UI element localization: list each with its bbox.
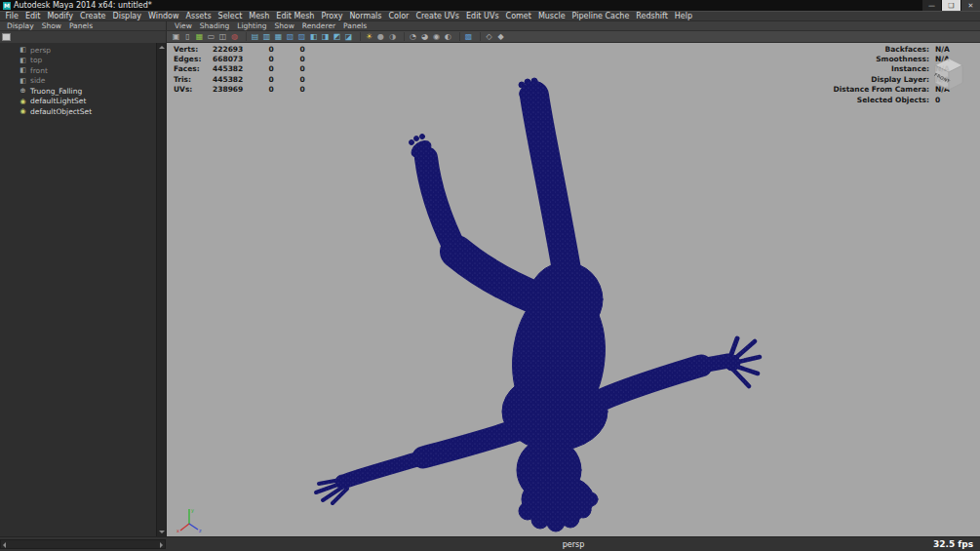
viewport-menu-shading[interactable]: Shading (196, 21, 233, 31)
isolate-select-icon[interactable]: ▩ (463, 31, 474, 42)
toolbar-separator (242, 32, 247, 41)
menu-redshift[interactable]: Redshift (633, 11, 671, 21)
outliner-horizontal-scrollbar[interactable] (0, 539, 166, 549)
viewport-menu-view[interactable]: View (171, 21, 196, 31)
resolution-gate-icon[interactable]: ◫ (217, 31, 228, 42)
two-sided-lighting-icon[interactable]: ◩ (332, 31, 342, 42)
hud-label: Tris: (174, 75, 213, 84)
menu-window[interactable]: Window (145, 11, 183, 21)
viewport-menu-lighting[interactable]: Lighting (233, 21, 270, 31)
hud-value: N/A (935, 45, 972, 54)
viewport-menu-renderer[interactable]: Renderer (298, 21, 339, 31)
menu-pipeline-cache[interactable]: Pipeline Cache (568, 11, 633, 21)
outliner-menu-display[interactable]: Display (3, 21, 38, 31)
multisample-aa-icon[interactable]: ◕ (419, 31, 430, 42)
screen-space-ao-icon[interactable]: ◑ (387, 31, 398, 42)
close-button[interactable]: ✕ (961, 0, 980, 11)
hud-col3-value: 0 (287, 45, 318, 54)
viewport-menu-show[interactable]: Show (271, 21, 298, 31)
outliner-item-label: persp (30, 46, 51, 55)
outliner-vertical-scrollbar[interactable] (156, 43, 166, 536)
hud-row: Edges:66807300 (174, 54, 318, 63)
gate-mask-icon[interactable]: ◍ (229, 31, 240, 42)
menu-modify[interactable]: Modify (44, 11, 77, 21)
smooth-shade-icon[interactable]: ▥ (261, 31, 272, 42)
axis-x-line (180, 524, 189, 531)
axis-y-label: y (191, 507, 194, 514)
scroll-left-icon[interactable] (3, 542, 6, 548)
menu-select[interactable]: Select (215, 11, 246, 21)
hud-label: Selected Objects: (857, 96, 929, 104)
menu-create-uvs[interactable]: Create UVs (412, 11, 463, 21)
bottom-bar: persp 32.5 fps (0, 536, 980, 551)
camera-lock-icon[interactable]: ▯ (182, 31, 193, 42)
xray-icon[interactable]: ◧ (308, 31, 319, 42)
flat-shade-icon[interactable]: ◪ (343, 31, 354, 42)
menu-comet[interactable]: Comet (502, 11, 534, 21)
menu-edit-mesh[interactable]: Edit Mesh (273, 11, 318, 21)
hud-total-value: 445382 (213, 64, 255, 73)
outliner-item-front[interactable]: ◧front (0, 65, 156, 76)
menu-assets[interactable]: Assets (182, 11, 215, 21)
menu-help[interactable]: Help (671, 11, 695, 21)
outliner-menubar: DisplayShowPanels (0, 21, 167, 30)
grid-icon[interactable]: ▦ (194, 31, 205, 42)
motion-blur-icon[interactable]: ◔ (408, 31, 418, 42)
minimize-button[interactable]: — (922, 0, 941, 11)
menu-normals[interactable]: Normals (346, 11, 385, 21)
scroll-down-icon[interactable] (159, 531, 165, 533)
viewport[interactable]: Verts:22269300Edges:66807300Faces:445382… (167, 43, 980, 536)
film-gate-icon[interactable]: ▭ (206, 31, 216, 42)
textured-icon[interactable]: ▦ (273, 31, 284, 42)
outliner-item-label: front (30, 66, 48, 75)
outliner-item-side[interactable]: ◧side (0, 76, 156, 87)
camera-select-icon[interactable]: ▣ (171, 31, 181, 42)
menu-proxy[interactable]: Proxy (318, 11, 346, 21)
maximize-button[interactable]: ❑ (942, 0, 960, 11)
outliner-item-truong-falling[interactable]: ⊕Truong_Falling (0, 86, 156, 97)
hud-col3-value: 0 (287, 85, 318, 94)
camera-icon: ◧ (19, 77, 27, 85)
main-menubar: FileEditModifyCreateDisplayWindowAssetsS… (0, 11, 980, 21)
hud-label: Distance From Camera: (833, 85, 929, 94)
viewcube[interactable]: FRONT (929, 54, 968, 95)
menu-color[interactable]: Color (385, 11, 412, 21)
outliner-filter-box[interactable] (2, 33, 11, 41)
outliner-item-label: defaultObjectSet (30, 107, 92, 116)
shadows-icon[interactable]: ● (375, 31, 386, 42)
outliner-item-persp[interactable]: ◧persp (0, 45, 156, 56)
menu-muscle[interactable]: Muscle (534, 11, 568, 21)
outliner-menu-panels[interactable]: Panels (65, 21, 97, 31)
backface-culling-icon[interactable]: ◨ (320, 31, 331, 42)
hud-label: Faces: (174, 64, 213, 73)
hud-row: Backfaces:N/A (833, 44, 972, 54)
menu-edit[interactable]: Edit (21, 11, 44, 21)
scroll-right-icon[interactable] (160, 542, 163, 548)
use-default-material-icon[interactable]: ▧ (285, 31, 295, 42)
menu-file[interactable]: File (2, 11, 21, 21)
wireframe-icon[interactable]: ▤ (250, 31, 260, 42)
outliner-item-defaultobjectset[interactable]: ◉defaultObjectSet (0, 106, 156, 117)
hud-label: Verts: (174, 45, 213, 54)
menu-create[interactable]: Create (76, 11, 109, 21)
exposure-icon[interactable]: ◐ (443, 31, 453, 42)
fps-counter: 32.5 fps (933, 539, 973, 549)
outliner-menu-show[interactable]: Show (38, 21, 65, 31)
use-all-lights-icon[interactable]: ☀ (364, 31, 374, 42)
menu-edit-uvs[interactable]: Edit UVs (463, 11, 503, 21)
snapshot-icon[interactable]: ◇ (484, 31, 494, 42)
scroll-up-icon[interactable] (159, 46, 165, 49)
maya-app-icon: M (3, 2, 11, 10)
camera-name-label: persp (167, 540, 980, 549)
menu-mesh[interactable]: Mesh (246, 11, 273, 21)
outliner-item-top[interactable]: ◧top (0, 56, 156, 66)
outliner-item-label: defaultLightSet (30, 97, 86, 105)
model-truong-falling[interactable] (167, 43, 980, 536)
plugin-settings-icon[interactable]: ◆ (495, 31, 506, 42)
viewport-menu-panels[interactable]: Panels (339, 21, 371, 31)
outliner-item-defaultlightset[interactable]: ◉defaultLightSet (0, 97, 156, 107)
depth-of-field-icon[interactable]: ◉ (431, 31, 442, 42)
menu-display[interactable]: Display (109, 11, 145, 21)
wireframe-on-shaded-icon[interactable]: ▨ (296, 31, 307, 42)
hud-total-value: 238969 (213, 85, 255, 94)
